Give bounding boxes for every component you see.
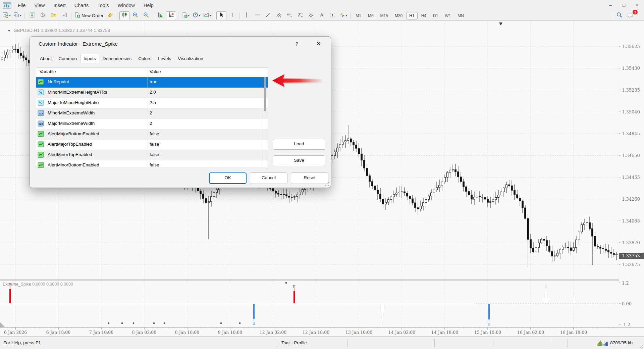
dropdown-arrow-icon[interactable]: ▾	[188, 14, 190, 17]
parameter-value[interactable]: true	[150, 79, 157, 84]
text-button[interactable]: A	[317, 11, 327, 20]
data-window-button[interactable]	[38, 11, 48, 20]
menu-insert[interactable]: Insert	[49, 0, 70, 11]
dropdown-arrow-icon[interactable]: ▾	[199, 14, 200, 17]
zoom-out-button[interactable]	[141, 11, 151, 20]
timeframe-m15[interactable]: M15	[377, 12, 391, 19]
candlestick-mode-button[interactable]	[119, 11, 129, 20]
statusbar-profile[interactable]: Tsar - Profile	[278, 339, 347, 347]
indicator-dialog: Custom Indicator - Extreme_Spike ? ✕ Abo…	[30, 36, 331, 188]
dialog-help-button[interactable]: ?	[293, 40, 301, 48]
zoom-in-button[interactable]	[130, 11, 140, 20]
parameter-value[interactable]: false	[150, 142, 159, 147]
timeframe-h1[interactable]: H1	[406, 12, 417, 19]
timeframe-m30[interactable]: M30	[392, 12, 406, 19]
line-chart-mode-button[interactable]	[155, 11, 165, 20]
terminal-button[interactable]	[59, 11, 69, 20]
window-resize-grip[interactable]	[639, 344, 643, 349]
tab-inputs[interactable]: Inputs	[80, 54, 99, 63]
collapse-icon[interactable]: ▼	[7, 29, 11, 33]
cursor-button[interactable]	[216, 11, 226, 20]
menu-tools[interactable]: Tools	[93, 0, 113, 11]
timeframe-h4[interactable]: H4	[418, 12, 429, 19]
trendline-icon	[265, 12, 271, 19]
parameter-value[interactable]: false	[150, 131, 159, 136]
tab-common[interactable]: Common	[55, 54, 80, 63]
maximize-button[interactable]: □	[617, 0, 631, 10]
vertical-line-button[interactable]	[241, 11, 252, 20]
scrollbar-thumb[interactable]	[264, 77, 266, 111]
equidistant-channel-button[interactable]: E	[274, 11, 284, 20]
text-label-button[interactable]: T	[327, 11, 337, 20]
crosshair-icon	[229, 12, 235, 19]
menu-view[interactable]: View	[30, 0, 49, 11]
table-row[interactable]: ½MajorToMinorHeightRatio2.5	[36, 98, 268, 108]
ok-button[interactable]: OK	[209, 172, 247, 184]
fibo-expansion-button[interactable]: F	[295, 11, 305, 20]
tab-dependencies[interactable]: Dependencies	[99, 54, 135, 63]
navigator-button[interactable]	[48, 11, 58, 20]
table-row[interactable]: NoRepainttrue	[36, 77, 268, 88]
tab-colors[interactable]: Colors	[135, 54, 155, 63]
parameter-value[interactable]: 2	[150, 110, 152, 115]
profiles-button[interactable]: ▾	[12, 11, 22, 20]
load-button[interactable]: Load	[273, 139, 325, 150]
parameter-value[interactable]: false	[150, 162, 159, 167]
crosshair-button[interactable]	[227, 11, 237, 20]
templates-button[interactable]: ▾	[202, 11, 212, 20]
column-header-value[interactable]: Value	[150, 69, 161, 74]
dropdown-arrow-icon[interactable]: ▾	[9, 14, 10, 17]
search-button[interactable]	[614, 11, 624, 20]
tab-levels[interactable]: Levels	[155, 54, 174, 63]
horizontal-line-button[interactable]	[252, 11, 262, 20]
metaeditor-button[interactable]	[105, 11, 115, 20]
market-watch-button[interactable]	[27, 11, 37, 20]
notifications-button[interactable]: 1	[625, 11, 635, 20]
dropdown-arrow-icon[interactable]: ▾	[20, 14, 21, 17]
menu-charts[interactable]: Charts	[70, 0, 93, 11]
table-row[interactable]: 123MajorMinExtremeWidth2	[36, 119, 268, 129]
dialog-title[interactable]: Custom Indicator - Extreme_Spike	[39, 41, 118, 47]
table-row[interactable]: 123MinorMinExtremeWidth2	[36, 108, 268, 119]
reset-button[interactable]: Reset	[291, 172, 328, 184]
new-chart-button[interactable]: ▾	[2, 11, 12, 20]
column-header-variable[interactable]: Variable	[40, 69, 56, 74]
table-row[interactable]: ½MinorMinExtremeHeightATRs2.0	[36, 88, 268, 98]
tab-visualization[interactable]: Visualization	[174, 54, 207, 63]
new-order-button[interactable]: New Order	[73, 11, 104, 20]
fibonacci-button[interactable]: F	[284, 11, 294, 20]
timeframe-d1[interactable]: D1	[430, 12, 441, 19]
menu-window[interactable]: Window	[113, 0, 139, 11]
cancel-button[interactable]: Cancel	[250, 172, 287, 184]
timeframe-m5[interactable]: M5	[365, 12, 377, 19]
dropdown-arrow-icon[interactable]: ▾	[346, 14, 347, 17]
tab-about[interactable]: About	[37, 54, 55, 63]
dialog-resize-grip[interactable]	[325, 182, 329, 186]
parameter-value[interactable]: false	[150, 152, 159, 157]
menu-help[interactable]: Help	[139, 0, 158, 11]
dropdown-arrow-icon[interactable]: ▾	[210, 14, 211, 17]
menu-file[interactable]: File	[13, 0, 30, 11]
parameter-value[interactable]: 2.0	[150, 90, 156, 95]
svg-text:½: ½	[39, 101, 42, 105]
minimize-button[interactable]: –	[604, 0, 617, 10]
table-row[interactable]: AlertMajorBottomEnabledfalse	[36, 129, 268, 140]
auto-scroll-button[interactable]	[166, 11, 176, 20]
table-row[interactable]: AlertMinorBottomEnabledfalse	[36, 160, 268, 171]
close-button[interactable]: ×	[631, 0, 644, 10]
dialog-close-button[interactable]: ✕	[314, 39, 324, 49]
parameter-value[interactable]: 2.5	[150, 100, 156, 105]
table-row[interactable]: AlertMinorTopEnabledfalse	[36, 150, 268, 160]
andrews-pitchfork-button[interactable]	[306, 11, 316, 20]
table-scrollbar[interactable]	[262, 77, 268, 167]
arrows-button[interactable]: ▾	[338, 11, 348, 20]
timeframe-w1[interactable]: W1	[442, 12, 454, 19]
save-button[interactable]: Save	[273, 155, 325, 166]
table-row[interactable]: AlertMajorTopEnabledfalse	[36, 140, 268, 150]
trendline-button[interactable]	[263, 11, 273, 20]
parameter-value[interactable]: 2	[150, 121, 152, 126]
timeframe-mn[interactable]: MN	[454, 12, 467, 19]
periods-button[interactable]: ▾	[191, 11, 201, 20]
timeframe-m1[interactable]: M1	[353, 12, 364, 19]
indicators-button[interactable]: ▾	[180, 11, 191, 20]
